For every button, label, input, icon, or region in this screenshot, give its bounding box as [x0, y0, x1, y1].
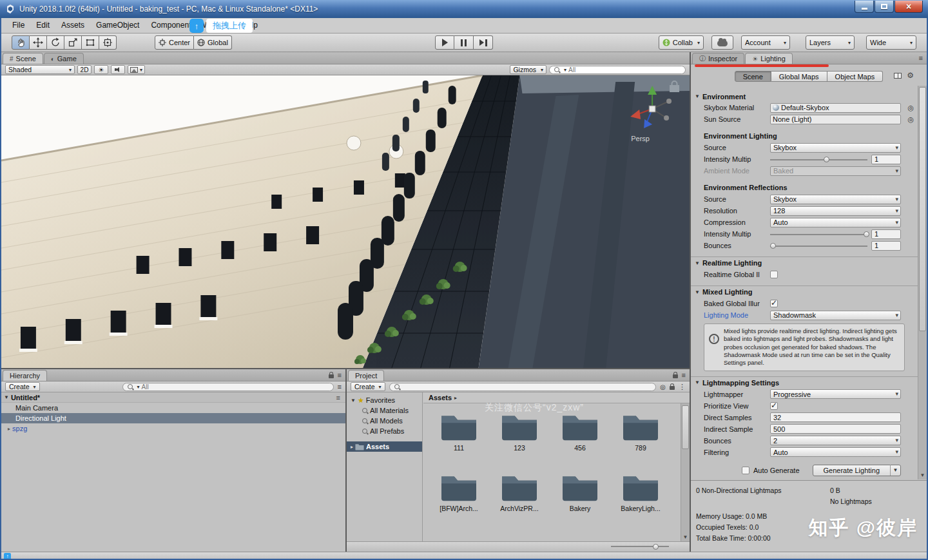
hierarchy-sort-icon[interactable]: ≡	[338, 383, 342, 391]
titlebar[interactable]: Unity 2018.1.0f2 (64bit) - Untitled - ba…	[0, 0, 928, 18]
favorite-all-materials[interactable]: All Materials	[347, 405, 422, 416]
maximize-button[interactable]	[875, 1, 894, 13]
tab-hierarchy[interactable]: Hierarchy	[3, 370, 47, 381]
chevron-down-icon[interactable]: ▼	[890, 465, 900, 476]
rotate-tool-button[interactable]	[47, 35, 64, 50]
object-picker-icon[interactable]: ◎	[907, 104, 914, 112]
gizmo-persp-label[interactable]: Persp	[631, 135, 650, 142]
folder-789[interactable]: 789	[610, 412, 671, 452]
panel-menu-icon[interactable]: ≡	[919, 54, 923, 62]
tab-lighting[interactable]: ☀Lighting	[745, 53, 793, 64]
move-tool-button[interactable]	[30, 35, 47, 50]
menu-gameobject[interactable]: GameObject	[90, 18, 145, 33]
refl-intensity-value-field[interactable]: 1	[871, 229, 901, 239]
scene-audio-toggle[interactable]	[111, 65, 125, 74]
tab-scene[interactable]: #Scene	[3, 53, 43, 64]
expand-icon[interactable]: ▸	[8, 426, 10, 432]
hierarchy-item-main-camera[interactable]: Main Camera	[1, 403, 345, 413]
folder-bakery[interactable]: Bakery	[550, 473, 610, 512]
foldout-icon[interactable]: ▼	[695, 289, 700, 295]
hierarchy-search-field[interactable]: ▾All	[122, 383, 334, 391]
slider-handle[interactable]	[770, 243, 776, 249]
direct-samples-field[interactable]: 32	[770, 412, 901, 422]
folder-bfw-arch[interactable]: [BFW]Arch...	[429, 473, 489, 512]
lock-icon[interactable]	[673, 374, 678, 378]
refl-source-dropdown[interactable]: Skybox	[770, 195, 901, 204]
intensity-slider[interactable]	[770, 155, 867, 164]
scale-tool-button[interactable]	[64, 35, 82, 50]
pivot-toggle-button[interactable]: Center	[155, 35, 194, 50]
folder-archvizpr[interactable]: ArchVizPR...	[489, 473, 550, 512]
scroll-down-icon[interactable]: ▼	[918, 471, 927, 479]
realtime-lighting-section-header[interactable]: ▼Realtime Lighting	[691, 256, 918, 269]
divider-horizontal[interactable]	[0, 368, 690, 369]
folder-bakeryligh[interactable]: BakeryLigh...	[610, 473, 671, 512]
slider-handle[interactable]	[824, 157, 829, 162]
foldout-icon[interactable]: ▼	[695, 260, 700, 266]
hierarchy-item-spzg[interactable]: ▸spzg	[1, 423, 345, 434]
lightmapper-dropdown[interactable]: Progressive	[770, 389, 901, 399]
source-dropdown[interactable]: Skybox	[770, 143, 901, 153]
breadcrumb-assets[interactable]: Assets	[429, 394, 452, 401]
lighting-tab-scene[interactable]: Scene	[735, 71, 771, 82]
scene-effects-dropdown[interactable]: ▾	[128, 65, 145, 74]
realtime-gi-checkbox[interactable]	[770, 271, 778, 278]
bounces-slider[interactable]	[770, 241, 867, 251]
zoom-slider-handle[interactable]	[653, 544, 659, 550]
resolution-dropdown[interactable]: 128	[770, 206, 901, 216]
bounces-value-field[interactable]: 1	[871, 241, 901, 251]
step-button[interactable]	[474, 35, 493, 50]
hierarchy-scene-row[interactable]: ▼Untitled*≡	[1, 392, 345, 403]
tab-inspector[interactable]: ⓘInspector	[692, 53, 744, 64]
layout-dropdown[interactable]: Wide▾	[866, 35, 916, 50]
lm-bounces-dropdown[interactable]: 2	[770, 436, 901, 445]
pause-button[interactable]	[454, 35, 474, 50]
divider-inspector[interactable]	[690, 52, 691, 552]
compression-dropdown[interactable]: Auto	[770, 218, 901, 227]
gizmos-dropdown[interactable]: Gizmos▾	[510, 65, 546, 74]
sun-source-field[interactable]: None (Light)	[770, 115, 901, 124]
hierarchy-create-button[interactable]: Create▾	[5, 382, 40, 391]
panel-menu-icon[interactable]: ≡	[338, 371, 342, 379]
slider-handle[interactable]	[864, 231, 869, 237]
hierarchy-item-directional-light[interactable]: Directional Light	[1, 413, 345, 423]
auto-generate-checkbox[interactable]	[742, 467, 749, 474]
search-by-type-icon[interactable]: ◎	[660, 383, 666, 391]
favorite-all-prefabs[interactable]: All Prefabs	[347, 426, 422, 436]
collab-button[interactable]: Collab▾	[659, 35, 704, 50]
generate-lighting-button[interactable]: Generate Lighting▼	[813, 465, 901, 476]
project-search-field[interactable]	[389, 383, 657, 391]
filtering-dropdown[interactable]: Auto	[770, 447, 901, 457]
tab-game[interactable]: ◐Game	[44, 53, 84, 64]
assets-root-folder[interactable]: ▸Assets	[347, 441, 422, 452]
foldout-icon[interactable]: ▼	[695, 380, 700, 385]
shading-mode-dropdown[interactable]: Shaded▾	[5, 65, 75, 74]
favorite-all-models[interactable]: All Models	[347, 416, 422, 426]
lighting-tab-global-maps[interactable]: Global Maps	[771, 71, 827, 82]
refl-intensity-slider[interactable]	[770, 229, 867, 239]
expand-icon[interactable]: ▸	[351, 444, 353, 450]
intensity-value-field[interactable]: 1	[871, 155, 901, 164]
project-create-button[interactable]: Create▾	[351, 382, 385, 391]
menu-file[interactable]: File	[6, 18, 30, 33]
foldout-icon[interactable]: ▼	[4, 394, 9, 400]
folder-456[interactable]: 456	[550, 412, 610, 452]
project-menu-icon[interactable]: ⋮	[679, 383, 686, 391]
inspector-scrollbar[interactable]: ▼	[918, 86, 927, 479]
layers-dropdown[interactable]: Layers▾	[806, 35, 855, 50]
mixed-lighting-section-header[interactable]: ▼Mixed Lighting	[691, 285, 918, 298]
tab-project[interactable]: Project	[348, 370, 384, 381]
scene-lighting-toggle[interactable]: ☀	[94, 65, 108, 74]
help-book-icon[interactable]	[894, 73, 902, 79]
favorites-header[interactable]: ▼★Favorites	[347, 395, 422, 405]
environment-section-header[interactable]: ▼Environment	[691, 91, 918, 102]
menu-edit[interactable]: Edit	[30, 18, 55, 33]
minimize-button[interactable]	[855, 1, 874, 13]
account-dropdown[interactable]: Account▾	[741, 35, 790, 50]
foldout-icon[interactable]: ▼	[695, 93, 700, 99]
scroll-down-icon[interactable]: ▼	[681, 533, 690, 541]
lighting-mode-dropdown[interactable]: Shadowmask	[770, 311, 901, 320]
folder-123[interactable]: 123	[489, 412, 550, 452]
folder-111[interactable]: 111	[429, 412, 489, 452]
skybox-material-field[interactable]: Default-Skybox	[770, 103, 901, 113]
